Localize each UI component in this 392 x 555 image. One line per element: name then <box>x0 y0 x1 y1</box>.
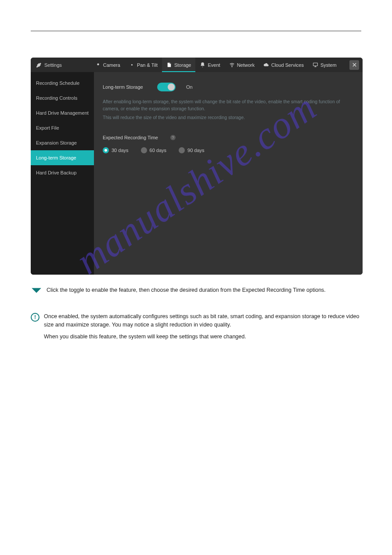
close-button[interactable] <box>349 60 359 70</box>
window-title-text: Settings <box>44 62 62 68</box>
event-icon <box>200 62 205 68</box>
svg-point-0 <box>97 63 99 65</box>
expected-time-options: 30 days 60 days 90 days <box>103 147 354 153</box>
svg-point-1 <box>131 64 133 65</box>
radio-30-days[interactable]: 30 days <box>103 147 129 153</box>
sidebar-item-export-file[interactable]: Export File <box>31 120 94 135</box>
toggle-state-label: On <box>186 84 193 90</box>
notice-text-1: Once enabled, the system automatically c… <box>44 312 361 329</box>
cloud-icon <box>263 62 269 68</box>
sidebar-item-hard-drive-backup[interactable]: Hard Drive Backup <box>31 165 94 180</box>
toggle-knob <box>168 83 175 91</box>
radio-60-days[interactable]: 60 days <box>141 147 167 153</box>
svg-rect-3 <box>313 63 318 66</box>
help-icon[interactable]: ? <box>170 135 176 140</box>
svg-point-2 <box>232 66 232 67</box>
tab-event[interactable]: Event <box>195 58 224 72</box>
tab-system[interactable]: System <box>308 58 341 72</box>
sidebar-item-hard-drive-management[interactable]: Hard Drive Management <box>31 105 94 120</box>
radio-90-days[interactable]: 90 days <box>179 147 205 153</box>
pantilt-icon <box>129 62 135 68</box>
close-icon <box>352 62 357 67</box>
sidebar-item-recording-controls[interactable]: Recording Controls <box>31 91 94 105</box>
tab-storage[interactable]: Storage <box>162 58 196 72</box>
network-icon <box>229 62 235 68</box>
settings-window: Settings Camera Pan & Tilt Storage <box>31 58 363 275</box>
notice-icon: ! <box>31 313 40 322</box>
window-title: Settings <box>36 62 62 68</box>
notice-text-2: When you disable this feature, the syste… <box>44 333 361 341</box>
sidebar: Recording Schedule Recording Controls Ha… <box>31 72 94 275</box>
long-term-storage-label: Long-term Storage <box>103 84 151 90</box>
tab-pantilt[interactable]: Pan & Tilt <box>125 58 162 72</box>
sidebar-item-long-term-storage[interactable]: Long-term Storage <box>31 150 94 165</box>
camera-icon <box>95 62 101 68</box>
tab-cloud[interactable]: Cloud Services <box>259 58 308 72</box>
tab-camera[interactable]: Camera <box>91 58 125 72</box>
titlebar: Settings Camera Pan & Tilt Storage <box>31 58 363 72</box>
expected-recording-time-label: Expected Recording Time <box>103 135 164 140</box>
description-line-1: After enabling long-term storage, the sy… <box>103 98 354 112</box>
sidebar-item-expansion-storage[interactable]: Expansion Storage <box>31 135 94 150</box>
horizontal-rule <box>31 31 361 31</box>
settings-icon <box>36 62 42 68</box>
step-text: Click the toggle to enable the feature, … <box>47 286 326 294</box>
sidebar-item-recording-schedule[interactable]: Recording Schedule <box>31 76 94 91</box>
storage-icon <box>166 62 172 68</box>
content-pane: Long-term Storage On After enabling long… <box>94 72 363 275</box>
long-term-storage-toggle[interactable] <box>157 83 176 91</box>
chevron-down-icon <box>31 286 42 295</box>
system-icon <box>313 62 318 68</box>
tab-bar: Camera Pan & Tilt Storage Event <box>91 58 347 72</box>
description-line-2: This will reduce the size of the video a… <box>103 114 354 121</box>
tab-network[interactable]: Network <box>225 58 259 72</box>
